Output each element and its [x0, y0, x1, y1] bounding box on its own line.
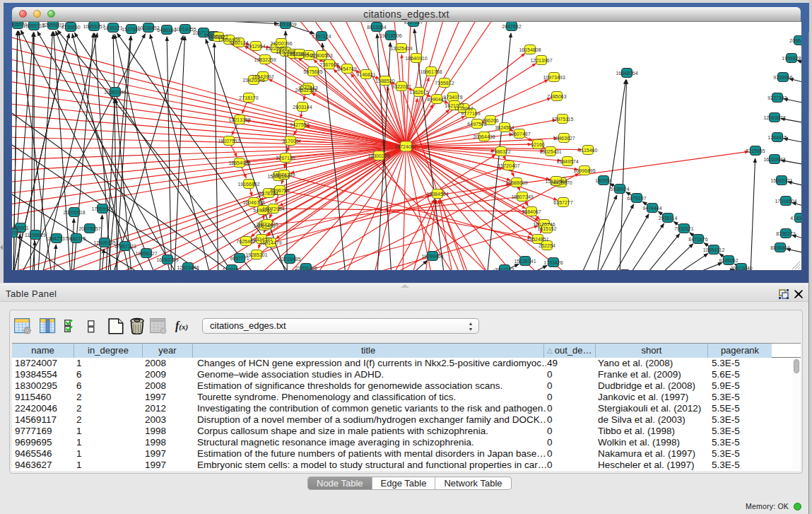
svg-text:11156829: 11156829 [25, 233, 46, 238]
svg-text:2367608: 2367608 [319, 62, 339, 67]
svg-text:16648764: 16648764 [616, 71, 637, 76]
svg-text:3684067: 3684067 [522, 209, 541, 214]
svg-text:19218506: 19218506 [379, 33, 401, 38]
svg-text:7986322: 7986322 [491, 149, 510, 154]
svg-text:12213369: 12213369 [228, 117, 250, 122]
svg-text:8336273: 8336273 [776, 231, 795, 236]
svg-text:19958127: 19958127 [135, 251, 157, 256]
svg-text:18300295: 18300295 [367, 153, 389, 158]
svg-text:6879197: 6879197 [627, 196, 646, 201]
svg-text:18654985: 18654985 [228, 160, 250, 165]
svg-text:1244415: 1244415 [767, 135, 787, 140]
svg-text:16210643: 16210643 [763, 157, 785, 162]
svg-text:252254: 252254 [539, 243, 555, 248]
svg-text:20053346: 20053346 [104, 90, 126, 95]
svg-text:12093872: 12093872 [763, 115, 785, 120]
svg-text:13849574: 13849574 [556, 159, 578, 164]
svg-text:62160: 62160 [531, 142, 545, 147]
svg-text:16154808: 16154808 [519, 47, 541, 52]
svg-text:2687682: 2687682 [502, 24, 521, 29]
svg-text:20206518: 20206518 [63, 210, 85, 215]
svg-text:2718170: 2718170 [239, 95, 258, 100]
svg-text:9474444: 9474444 [642, 206, 661, 211]
svg-text:10025431: 10025431 [539, 149, 561, 154]
svg-text:17016504: 17016504 [775, 199, 796, 204]
svg-text:15076749: 15076749 [273, 173, 295, 177]
svg-text:16072954: 16072954 [262, 206, 284, 211]
svg-text:1362615: 1362615 [409, 90, 428, 95]
svg-text:19285201: 19285201 [245, 252, 267, 257]
svg-text:16782759: 16782759 [156, 257, 178, 262]
svg-text:10654112: 10654112 [703, 247, 725, 252]
svg-text:10853257: 10853257 [83, 24, 105, 29]
svg-text:12923448: 12923448 [177, 265, 199, 270]
svg-text:1218062: 1218062 [454, 106, 473, 111]
svg-text:24532561: 24532561 [295, 88, 317, 93]
svg-text:19384554: 19384554 [426, 192, 448, 197]
svg-text:19832259: 19832259 [254, 57, 276, 62]
svg-text:10688609: 10688609 [505, 180, 527, 185]
svg-text:18640910: 18640910 [405, 56, 427, 61]
svg-text:9322037: 9322037 [392, 84, 411, 89]
svg-text:5682115: 5682115 [67, 236, 86, 241]
svg-text:16046788: 16046788 [242, 200, 264, 205]
svg-text:1615152: 1615152 [537, 226, 556, 231]
svg-text:19166852: 19166852 [237, 182, 259, 187]
svg-text:12213967: 12213967 [530, 58, 552, 63]
svg-text:16996895: 16996895 [573, 168, 595, 173]
svg-text:13325419: 13325419 [390, 46, 412, 51]
svg-text:10607487: 10607487 [508, 132, 530, 136]
svg-text:2803144: 2803144 [293, 105, 312, 110]
svg-text:20772475: 20772475 [256, 222, 278, 227]
svg-text:19463627: 19463627 [553, 136, 575, 141]
svg-text:6357277: 6357277 [553, 200, 572, 205]
svg-text:17359924: 17359924 [91, 206, 113, 211]
svg-text:20813640: 20813640 [730, 266, 752, 271]
svg-text:23706266: 23706266 [295, 266, 317, 271]
svg-text:3267130: 3267130 [276, 156, 295, 160]
svg-text:9115460: 9115460 [579, 148, 598, 153]
svg-text:3624554: 3624554 [495, 125, 514, 130]
svg-text:15692971: 15692971 [770, 178, 792, 183]
svg-text:8813054: 8813054 [367, 25, 386, 30]
svg-text:1733426: 1733426 [543, 260, 563, 265]
svg-text:4143890: 4143890 [790, 216, 801, 221]
svg-text:18107553: 18107553 [218, 139, 240, 144]
svg-text:19299464: 19299464 [421, 254, 443, 259]
svg-text:8396759: 8396759 [270, 188, 289, 193]
svg-text:5875685: 5875685 [303, 69, 322, 74]
svg-text:12505135: 12505135 [93, 240, 115, 245]
svg-text:16961758: 16961758 [420, 69, 442, 74]
svg-text:2066449: 2066449 [789, 38, 801, 43]
svg-text:9217207: 9217207 [404, 22, 423, 25]
svg-text:12975115: 12975115 [552, 117, 574, 122]
svg-text:10973493: 10973493 [543, 75, 565, 80]
svg-text:20364436: 20364436 [473, 134, 495, 139]
svg-text:9329966: 9329966 [773, 75, 792, 80]
svg-text:9427552: 9427552 [290, 122, 309, 127]
svg-text:19524851: 19524851 [526, 237, 548, 242]
svg-text:18807249: 18807249 [511, 194, 533, 199]
svg-text:8215955: 8215955 [746, 148, 765, 153]
svg-text:15180586: 15180586 [545, 179, 567, 184]
svg-text:13716485: 13716485 [278, 257, 300, 262]
svg-text:7485063: 7485063 [547, 94, 566, 99]
svg-text:18724007: 18724007 [394, 144, 416, 149]
svg-text:7032621: 7032621 [674, 226, 693, 231]
svg-text:1999828: 1999828 [782, 56, 801, 61]
svg-text:9146821: 9146821 [356, 72, 375, 77]
svg-text:17957223: 17957223 [114, 244, 136, 249]
svg-text:835001: 835001 [12, 226, 28, 230]
svg-text:746266: 746266 [482, 118, 498, 123]
svg-text:16053809: 16053809 [274, 22, 296, 27]
svg-text:1588520: 1588520 [375, 78, 394, 83]
svg-text:10334531: 10334531 [250, 237, 272, 242]
svg-text:4439167: 4439167 [222, 267, 241, 271]
svg-text:2935114: 2935114 [659, 216, 678, 221]
svg-text:15136141: 15136141 [514, 259, 536, 264]
svg-text:9734078: 9734078 [443, 95, 462, 100]
svg-text:7357224: 7357224 [312, 34, 331, 39]
svg-text:140954: 140954 [595, 178, 611, 183]
svg-text:8454749: 8454749 [337, 66, 356, 71]
svg-text:22806503: 22806503 [310, 53, 332, 58]
